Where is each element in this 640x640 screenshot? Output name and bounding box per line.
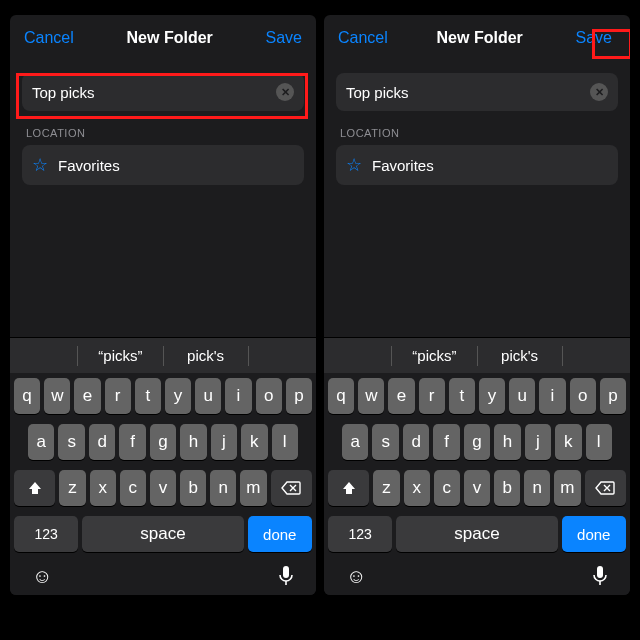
key-row-4: 123 space done	[324, 511, 630, 557]
key-z[interactable]: z	[59, 470, 85, 506]
emoji-icon[interactable]: ☺	[346, 565, 366, 588]
key-g[interactable]: g	[150, 424, 176, 460]
key-h[interactable]: h	[180, 424, 206, 460]
suggestion-1[interactable]: “picks”	[78, 347, 162, 364]
shift-key[interactable]	[328, 470, 369, 506]
key-g[interactable]: g	[464, 424, 490, 460]
key-row-3: zxcvbnm	[10, 465, 316, 511]
key-n[interactable]: n	[210, 470, 236, 506]
key-d[interactable]: d	[403, 424, 429, 460]
backspace-key[interactable]	[271, 470, 312, 506]
folder-name-input[interactable]	[346, 84, 590, 101]
suggestion-2[interactable]: pick's	[164, 347, 248, 364]
key-l[interactable]: l	[272, 424, 298, 460]
save-button[interactable]: Save	[266, 29, 302, 47]
key-y[interactable]: y	[165, 378, 191, 414]
key-f[interactable]: f	[119, 424, 145, 460]
key-s[interactable]: s	[58, 424, 84, 460]
numbers-key[interactable]: 123	[14, 516, 78, 552]
key-m[interactable]: m	[554, 470, 580, 506]
key-w[interactable]: w	[44, 378, 70, 414]
key-c[interactable]: c	[434, 470, 460, 506]
key-p[interactable]: p	[600, 378, 626, 414]
key-i[interactable]: i	[539, 378, 565, 414]
key-k[interactable]: k	[241, 424, 267, 460]
key-row-2: asdfghjkl	[10, 419, 316, 465]
key-o[interactable]: o	[570, 378, 596, 414]
key-e[interactable]: e	[74, 378, 100, 414]
emoji-icon[interactable]: ☺	[32, 565, 52, 588]
key-j[interactable]: j	[525, 424, 551, 460]
key-x[interactable]: x	[90, 470, 116, 506]
suggestion-2[interactable]: pick's	[478, 347, 562, 364]
nav-title: New Folder	[127, 29, 213, 47]
nav-bar: Cancel New Folder Save	[324, 15, 630, 61]
key-v[interactable]: v	[150, 470, 176, 506]
folder-name-input-row[interactable]: ✕	[22, 73, 304, 111]
done-key[interactable]: done	[562, 516, 626, 552]
key-z[interactable]: z	[373, 470, 399, 506]
keyboard-bottom-bar: ☺	[10, 557, 316, 595]
save-button[interactable]: Save	[572, 27, 616, 49]
key-row-3: zxcvbnm	[324, 465, 630, 511]
key-e[interactable]: e	[388, 378, 414, 414]
key-q[interactable]: q	[328, 378, 354, 414]
phone-right: Cancel New Folder Save ✕ LOCATION ☆ Favo…	[324, 15, 630, 595]
key-d[interactable]: d	[89, 424, 115, 460]
key-i[interactable]: i	[225, 378, 251, 414]
key-b[interactable]: b	[180, 470, 206, 506]
key-l[interactable]: l	[586, 424, 612, 460]
shift-key[interactable]	[14, 470, 55, 506]
key-u[interactable]: u	[509, 378, 535, 414]
key-s[interactable]: s	[372, 424, 398, 460]
key-q[interactable]: q	[14, 378, 40, 414]
phone-left: Cancel New Folder Save ✕ LOCATION ☆ Favo…	[10, 15, 316, 595]
key-t[interactable]: t	[135, 378, 161, 414]
key-w[interactable]: w	[358, 378, 384, 414]
key-r[interactable]: r	[419, 378, 445, 414]
cancel-button[interactable]: Cancel	[24, 29, 74, 47]
key-a[interactable]: a	[28, 424, 54, 460]
mic-icon[interactable]	[592, 565, 608, 587]
key-f[interactable]: f	[433, 424, 459, 460]
key-m[interactable]: m	[240, 470, 266, 506]
key-u[interactable]: u	[195, 378, 221, 414]
location-section-label: LOCATION	[340, 127, 614, 139]
folder-name-input[interactable]	[32, 84, 276, 101]
key-a[interactable]: a	[342, 424, 368, 460]
key-p[interactable]: p	[286, 378, 312, 414]
location-row[interactable]: ☆ Favorites	[336, 145, 618, 185]
location-value: Favorites	[372, 157, 434, 174]
key-r[interactable]: r	[105, 378, 131, 414]
clear-text-icon[interactable]: ✕	[590, 83, 608, 101]
key-t[interactable]: t	[449, 378, 475, 414]
key-row-4: 123 space done	[10, 511, 316, 557]
star-icon: ☆	[346, 154, 362, 176]
space-key[interactable]: space	[82, 516, 243, 552]
folder-name-input-row[interactable]: ✕	[336, 73, 618, 111]
key-row-1: qwertyuiop	[324, 373, 630, 419]
space-key[interactable]: space	[396, 516, 557, 552]
key-o[interactable]: o	[256, 378, 282, 414]
key-j[interactable]: j	[211, 424, 237, 460]
nav-title: New Folder	[437, 29, 523, 47]
key-c[interactable]: c	[120, 470, 146, 506]
location-row[interactable]: ☆ Favorites	[22, 145, 304, 185]
backspace-key[interactable]	[585, 470, 626, 506]
key-k[interactable]: k	[555, 424, 581, 460]
key-n[interactable]: n	[524, 470, 550, 506]
cancel-button[interactable]: Cancel	[338, 29, 388, 47]
mic-icon[interactable]	[278, 565, 294, 587]
key-v[interactable]: v	[464, 470, 490, 506]
key-b[interactable]: b	[494, 470, 520, 506]
key-h[interactable]: h	[494, 424, 520, 460]
done-key[interactable]: done	[248, 516, 312, 552]
key-y[interactable]: y	[479, 378, 505, 414]
key-x[interactable]: x	[404, 470, 430, 506]
location-section-label: LOCATION	[26, 127, 300, 139]
keyboard: “picks” pick's qwertyuiop asdfghjkl zxcv…	[324, 337, 630, 595]
clear-text-icon[interactable]: ✕	[276, 83, 294, 101]
numbers-key[interactable]: 123	[328, 516, 392, 552]
location-value: Favorites	[58, 157, 120, 174]
suggestion-1[interactable]: “picks”	[392, 347, 476, 364]
